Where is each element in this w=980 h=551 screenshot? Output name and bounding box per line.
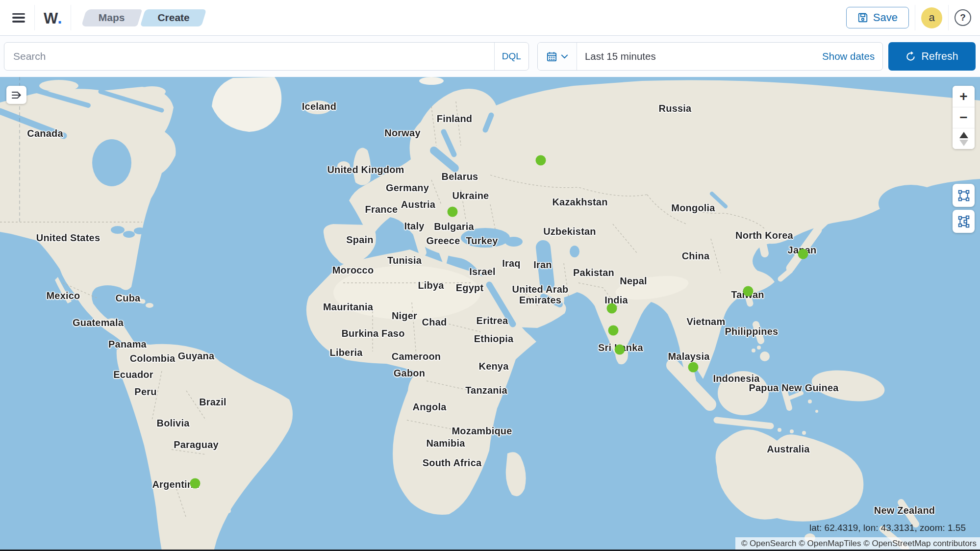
compass-control[interactable] — [953, 128, 975, 149]
document-map-point[interactable] — [743, 286, 754, 297]
time-picker: Last 15 minutes Show dates — [537, 42, 883, 71]
document-map-point[interactable] — [607, 303, 617, 314]
quick-select-button[interactable] — [538, 43, 577, 70]
map-canvas[interactable]: IcelandCanadaNorwayFinlandRussiaUnited K… — [0, 77, 980, 551]
refresh-button[interactable]: Refresh — [888, 42, 976, 71]
breadcrumb: Maps Create — [84, 9, 204, 26]
document-map-point[interactable] — [448, 207, 458, 217]
app-logo[interactable]: W. — [41, 8, 65, 27]
nav-divider — [915, 5, 915, 30]
document-map-point[interactable] — [615, 345, 625, 355]
time-range-value[interactable]: Last 15 minutes — [577, 43, 814, 70]
draw-rectangle-button[interactable] — [953, 184, 975, 207]
nav-divider — [948, 5, 949, 30]
draw-polygon-button[interactable] — [953, 210, 975, 233]
document-map-point[interactable] — [608, 326, 619, 336]
world-map-graphic — [0, 77, 980, 551]
nav-right-group: Save a ? — [846, 5, 971, 30]
map-zoom-controls: + − — [953, 86, 975, 149]
search-input[interactable] — [4, 43, 494, 70]
draw-rectangle-icon — [957, 189, 970, 202]
nav-divider — [71, 5, 71, 30]
show-dates-button[interactable]: Show dates — [814, 43, 882, 70]
compass-south-icon — [959, 140, 968, 146]
save-button[interactable]: Save — [846, 7, 909, 28]
legend-toggle-button[interactable] — [6, 86, 26, 104]
breadcrumb-create[interactable]: Create — [143, 9, 204, 26]
draw-polygon-icon — [957, 215, 970, 228]
top-nav: W. Maps Create Save a ? — [0, 0, 980, 36]
zoom-out-button[interactable]: − — [953, 107, 975, 128]
refresh-icon — [905, 51, 916, 62]
hamburger-icon — [12, 13, 25, 23]
zoom-in-button[interactable]: + — [953, 86, 975, 107]
menu-button[interactable] — [9, 8, 28, 27]
document-map-point[interactable] — [798, 249, 808, 259]
nav-divider — [34, 5, 35, 30]
save-icon — [857, 12, 868, 23]
app-window: W. Maps Create Save a ? — [0, 0, 980, 551]
document-map-point[interactable] — [536, 155, 546, 166]
calendar-icon — [546, 51, 557, 62]
map-attribution[interactable]: © OpenSearch © OpenMapTiles © OpenStreet… — [735, 537, 980, 550]
help-icon[interactable]: ? — [955, 9, 971, 26]
logo-dot: . — [57, 8, 61, 27]
avatar[interactable]: a — [921, 7, 942, 28]
chevron-down-icon — [561, 54, 568, 59]
legend-expand-icon — [11, 90, 23, 100]
map-draw-tools — [953, 184, 975, 233]
map-coordinates-readout: lat: 62.4319, lon: 43.3131, zoom: 1.55 — [809, 523, 966, 533]
document-map-point[interactable] — [190, 478, 201, 489]
dql-button[interactable]: DQL — [494, 43, 528, 70]
compass-north-icon — [959, 132, 968, 138]
query-toolbar: DQL Last 15 minutes Show — [0, 36, 980, 77]
breadcrumb-maps[interactable]: Maps — [84, 9, 140, 26]
search-box: DQL — [4, 42, 529, 71]
document-map-point[interactable] — [688, 362, 699, 373]
